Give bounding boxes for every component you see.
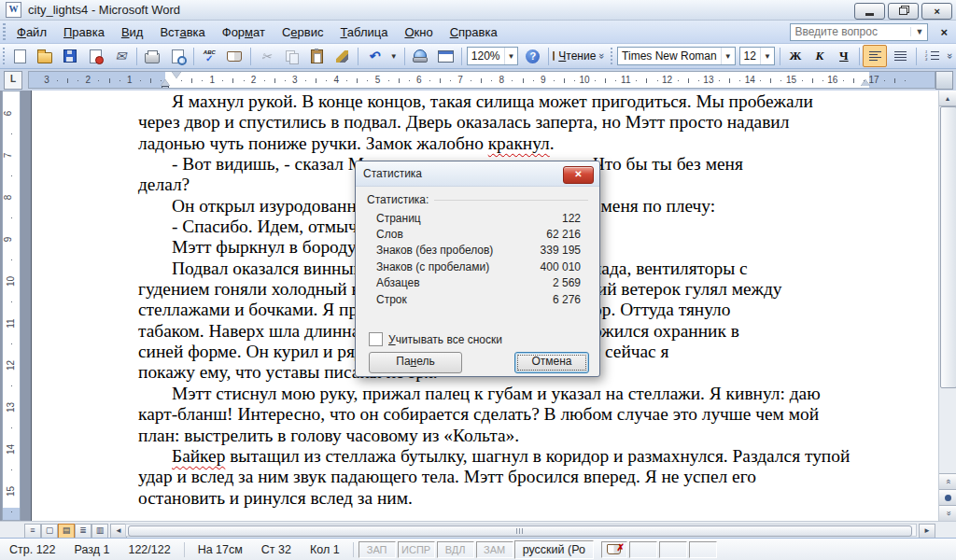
chevron-down-icon[interactable]: ▼	[721, 48, 735, 64]
horizontal-ruler[interactable]: 3211234567891011121314151617	[28, 71, 935, 89]
zoom-combobox[interactable]: 120%▼	[467, 47, 519, 65]
menu-item-вид[interactable]: Вид	[113, 22, 152, 42]
ruler-tick	[202, 80, 203, 81]
vertical-scrollbar-thumb[interactable]	[940, 106, 956, 388]
dialog-close-button[interactable]: ✕	[563, 166, 594, 184]
font-combobox[interactable]: Times New Roman▼	[617, 47, 736, 65]
insert-table-button[interactable]	[433, 45, 457, 67]
menu-item-справка[interactable]: Справка	[442, 22, 506, 42]
toolbar-options-chevron[interactable]: »	[597, 50, 608, 62]
ruler-number: 2	[251, 75, 257, 85]
ask-question-box[interactable]: ▼	[790, 23, 928, 41]
view-outline-button[interactable]: ≣	[75, 524, 91, 539]
email-button[interactable]: ✉	[108, 45, 133, 67]
language-indicator[interactable]: русский (Ро	[514, 540, 594, 559]
chevron-down-icon[interactable]: ▼	[504, 48, 518, 64]
undo-dropdown[interactable]: ▼	[387, 45, 401, 67]
menu-item-формат[interactable]: Формат	[214, 22, 274, 42]
status-toggle-зап[interactable]: ЗАП	[358, 541, 396, 558]
menu-item-вставка[interactable]: Вставка	[151, 22, 213, 42]
new-document-button[interactable]	[7, 45, 32, 67]
help-button[interactable]: ?	[521, 45, 545, 67]
first-line-indent-marker[interactable]	[172, 72, 181, 78]
undo-button[interactable]: ↶	[361, 45, 386, 67]
hyperlink-button[interactable]	[408, 45, 432, 67]
ruler-number: 9	[541, 75, 546, 85]
menu-item-файл[interactable]: Файл	[8, 22, 55, 42]
chevron-down-icon[interactable]: ▼	[910, 27, 927, 36]
spelling-button[interactable]: ABC✓	[197, 45, 221, 67]
save-button[interactable]	[58, 45, 82, 67]
stat-row: Знаков (с пробелами)400 010	[356, 259, 599, 274]
chevron-down-icon[interactable]: ▼	[760, 48, 774, 64]
horizontal-scrollbar-thumb[interactable]	[128, 525, 912, 537]
scroll-up-button[interactable]: ▲	[939, 91, 956, 106]
ruler-number: 2	[86, 75, 91, 85]
print-preview-button[interactable]	[165, 45, 190, 67]
view-web-layout-button[interactable]: ▢	[41, 524, 58, 539]
ask-question-input[interactable]	[791, 25, 910, 38]
status-toggle-испр[interactable]: ИСПР	[398, 541, 435, 558]
align-justify-button[interactable]	[888, 45, 912, 67]
text-line: остановить и ринулся вслед за ним.	[138, 488, 885, 509]
tab-selector[interactable]: L	[4, 71, 22, 90]
stat-label: Знаков (с пробелами)	[376, 260, 541, 273]
view-normal-button[interactable]: ≡	[24, 524, 41, 539]
cancel-button[interactable]: Отмена	[514, 352, 589, 373]
formatting-toolbar-grip[interactable]	[611, 48, 612, 64]
scroll-right-button[interactable]: ►	[919, 524, 935, 539]
menu-grip[interactable]	[3, 23, 6, 40]
vertical-scrollbar[interactable]: ▲ « «	[938, 91, 956, 521]
italic-button[interactable]: К	[808, 45, 831, 67]
status-empty-cell	[659, 541, 687, 558]
permission-icon	[90, 49, 102, 63]
include-footnotes-checkbox[interactable]	[369, 332, 383, 346]
ruler-tick	[67, 78, 68, 83]
open-button[interactable]	[33, 45, 57, 67]
formatting-options-chevron[interactable]: »	[945, 50, 956, 62]
panel-button[interactable]: Панель	[369, 352, 462, 373]
numbered-list-button[interactable]	[920, 45, 944, 67]
horizontal-scrollbar[interactable]	[125, 524, 917, 537]
ruler-bottom-margin	[3, 508, 21, 520]
bold-button[interactable]: Ж	[783, 45, 807, 67]
research-button[interactable]	[222, 45, 246, 67]
permission-button[interactable]	[83, 45, 107, 67]
format-painter-button[interactable]	[330, 45, 354, 67]
vertical-ruler[interactable]: 6789101112131415	[2, 91, 21, 521]
ruler-tick	[884, 80, 885, 81]
copy-button[interactable]	[279, 45, 303, 67]
close-button[interactable]: ×	[921, 3, 952, 20]
restore-button[interactable]	[888, 3, 919, 20]
print-button[interactable]	[140, 45, 164, 67]
menu-item-таблица[interactable]: Таблица	[331, 22, 396, 42]
ruler-split-box[interactable]	[935, 71, 953, 90]
view-reading-button[interactable]: ▥	[91, 524, 108, 539]
view-print-layout-button[interactable]: ▤	[58, 524, 75, 539]
align-justify-icon	[894, 51, 907, 61]
status-toggle-вдл[interactable]: ВДЛ	[437, 541, 474, 558]
ruler-number: 11	[6, 318, 16, 328]
menu-item-сервис[interactable]: Сервис	[274, 22, 332, 42]
stat-row: Абзацев2 569	[356, 275, 599, 291]
cut-button[interactable]: ✂	[254, 45, 278, 67]
menu-item-правка[interactable]: Правка	[55, 22, 113, 42]
status-toggle-зам[interactable]: ЗАМ	[476, 541, 513, 558]
left-indent-marker[interactable]	[162, 86, 169, 89]
read-mode-button[interactable]: Чтение	[553, 45, 597, 67]
underline-button[interactable]: Ч	[832, 45, 855, 67]
minimize-button[interactable]	[854, 3, 885, 20]
ruler-text-area	[165, 72, 869, 89]
browse-previous-button[interactable]: «	[939, 473, 956, 489]
select-browse-object-button[interactable]	[939, 489, 956, 505]
paste-icon	[311, 49, 323, 63]
paste-button[interactable]	[304, 45, 329, 67]
hanging-indent-marker[interactable]	[161, 79, 170, 86]
standard-toolbar-grip[interactable]	[3, 48, 5, 64]
font-size-combobox[interactable]: 12▼	[739, 47, 775, 65]
align-left-button[interactable]	[863, 45, 887, 67]
document-close-icon[interactable]: ×	[932, 25, 956, 39]
menu-item-окно[interactable]: Окно	[396, 22, 441, 42]
spelling-status-icon[interactable]: ✗	[601, 541, 627, 558]
browse-next-button[interactable]: «	[939, 505, 956, 521]
